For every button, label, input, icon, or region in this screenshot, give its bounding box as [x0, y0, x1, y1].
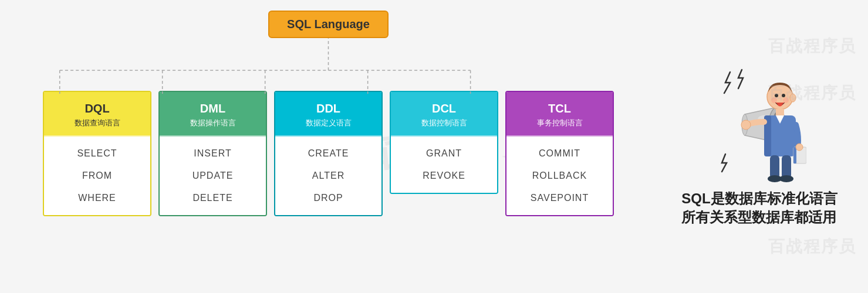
col-dql-title: DQL — [49, 100, 146, 117]
col-dcl-item-0: GRANT — [426, 142, 462, 165]
col-dml-subtitle: 数据操作语言 — [164, 118, 261, 128]
col-dql-item-0: SELECT — [77, 142, 117, 165]
col-dcl-body: GRANT REVOKE — [391, 137, 497, 193]
col-dml-title: DML — [164, 100, 261, 117]
top-node-label: SQL Language — [287, 18, 370, 30]
col-ddl-subtitle: 数据定义语言 — [280, 118, 377, 128]
col-tcl-title: TCL — [511, 100, 608, 117]
wm-right-1: 百战程序员 — [768, 35, 856, 57]
caption-line1: SQL是数据库标准化语言 — [681, 189, 837, 208]
col-ddl-header: DDL 数据定义语言 — [275, 92, 381, 137]
col-tcl-item-0: COMMIT — [539, 142, 580, 165]
col-ddl-item-0: CREATE — [308, 142, 349, 165]
right-panel: 百战程序员 百战程序员 百战程序员 — [657, 0, 868, 293]
person-illustration — [712, 66, 806, 183]
col-dml-item-1: UPDATE — [192, 165, 234, 187]
svg-point-23 — [741, 120, 751, 130]
svg-point-13 — [790, 94, 796, 102]
col-tcl-body: COMMIT ROLLBACK SAVEPOINT — [506, 137, 613, 215]
col-dql-item-2: WHERE — [78, 187, 116, 209]
col-dql-header: DQL 数据查询语言 — [44, 92, 150, 137]
svg-rect-25 — [793, 147, 796, 163]
col-dql: DQL 数据查询语言 SELECT FROM WHERE — [43, 91, 151, 216]
col-tcl-item-1: ROLLBACK — [532, 165, 587, 187]
col-dcl-subtitle: 数据控制语言 — [396, 118, 492, 128]
col-tcl-header: TCL 事务控制语言 — [506, 92, 613, 137]
col-tcl-subtitle: 事务控制语言 — [511, 118, 608, 128]
col-ddl-item-2: DROP — [313, 187, 343, 209]
col-dml-header: DML 数据操作语言 — [160, 92, 266, 137]
caption-line2: 所有关系型数据库都适用 — [681, 208, 837, 227]
col-dcl-header: DCL 数据控制语言 — [391, 92, 497, 137]
col-ddl-item-1: ALTER — [312, 165, 345, 187]
col-dml-body: INSERT UPDATE DELETE — [160, 137, 266, 215]
columns-row: DQL 数据查询语言 SELECT FROM WHERE DML 数据操作语言 … — [6, 91, 651, 216]
svg-point-30 — [779, 175, 793, 182]
col-tcl-item-2: SAVEPOINT — [531, 187, 589, 209]
diagram-area: SQL Language DQL 数据查询语言 SELECT FROM WHER… — [0, 0, 657, 293]
col-dql-subtitle: 数据查询语言 — [49, 118, 146, 128]
col-dcl-item-1: REVOKE — [423, 165, 465, 187]
svg-point-14 — [771, 97, 777, 103]
svg-point-16 — [775, 94, 778, 97]
col-dml-item-0: INSERT — [194, 142, 231, 165]
col-dql-item-1: FROM — [82, 165, 112, 187]
col-ddl: DDL 数据定义语言 CREATE ALTER DROP — [274, 91, 383, 216]
col-dcl: DCL 数据控制语言 GRANT REVOKE — [390, 91, 498, 194]
col-dcl-title: DCL — [396, 100, 492, 117]
main-container: 百战程序员 SQL Language — [0, 0, 868, 293]
col-dql-body: SELECT FROM WHERE — [44, 137, 150, 215]
wm-right-3: 百战程序员 — [768, 236, 856, 258]
col-ddl-title: DDL — [280, 100, 377, 117]
caption: SQL是数据库标准化语言 所有关系型数据库都适用 — [681, 189, 837, 227]
col-ddl-body: CREATE ALTER DROP — [275, 137, 381, 215]
col-tcl: TCL 事务控制语言 COMMIT ROLLBACK SAVEPOINT — [505, 91, 614, 216]
svg-point-26 — [796, 144, 803, 151]
svg-point-17 — [782, 94, 785, 97]
svg-rect-18 — [776, 109, 784, 116]
col-dml: DML 数据操作语言 INSERT UPDATE DELETE — [158, 91, 267, 216]
col-dml-item-2: DELETE — [192, 187, 232, 209]
top-node: SQL Language — [268, 11, 389, 38]
svg-point-15 — [783, 97, 789, 103]
